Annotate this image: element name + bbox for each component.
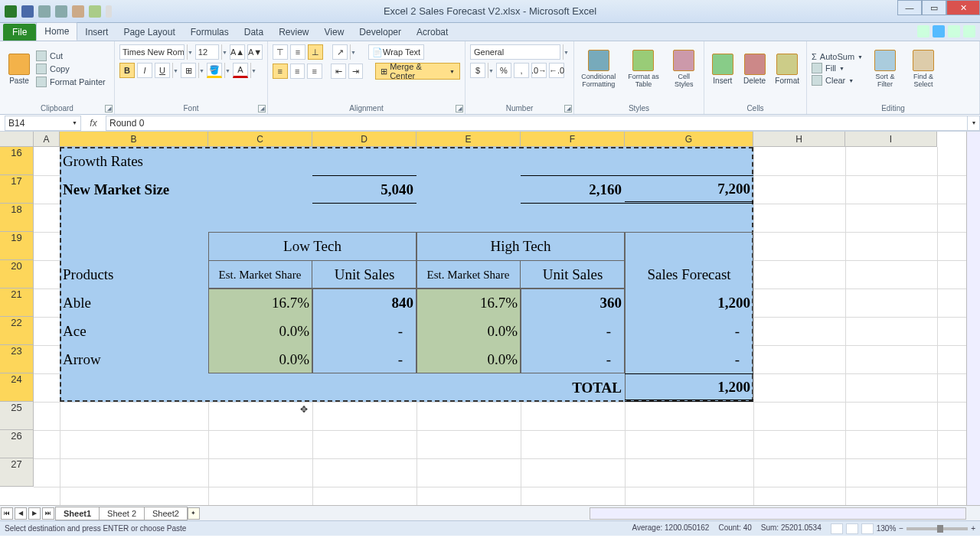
alignment-launcher[interactable]: ◢ — [456, 105, 463, 112]
percent-button[interactable]: % — [496, 63, 511, 78]
number-format-select[interactable]: General — [470, 44, 560, 60]
spreadsheet-grid[interactable]: 16 17 18 19 20 21 22 23 24 25 26 27 A B … — [0, 132, 980, 505]
name-box[interactable]: B14▼ — [5, 116, 81, 131]
format-as-table-button[interactable]: Format as Table — [626, 44, 662, 93]
cell[interactable]: Sales Forecast — [625, 260, 753, 289]
tab-page-layout[interactable]: Page Layout — [116, 24, 182, 41]
cell-styles-button[interactable]: Cell Styles — [668, 44, 699, 93]
view-normal-icon[interactable] — [831, 523, 843, 534]
conditional-formatting-button[interactable]: Conditional Formatting — [579, 44, 619, 93]
help-icon[interactable] — [933, 25, 945, 37]
qat-icon[interactable] — [89, 5, 101, 18]
accounting-button[interactable]: $ — [470, 63, 485, 78]
minimize-ribbon-icon[interactable] — [917, 25, 929, 37]
cell[interactable]: 0.0% — [208, 317, 312, 345]
autosum-button[interactable]: ΣAutoSum▼ — [812, 52, 863, 61]
cell[interactable]: Growth Rates — [60, 147, 208, 175]
chevron-down-icon[interactable]: ▼ — [250, 63, 256, 78]
align-top-button[interactable]: ⊤ — [273, 44, 288, 60]
cell[interactable]: 5,040 — [312, 175, 416, 204]
find-select-button[interactable]: Find & Select — [907, 44, 939, 93]
tab-insert[interactable]: Insert — [77, 24, 116, 41]
cell[interactable]: 7,200 — [625, 175, 753, 204]
cell[interactable]: Able — [60, 289, 208, 317]
new-sheet-button[interactable]: ✦ — [188, 507, 200, 520]
zoom-slider[interactable] — [906, 527, 968, 530]
save-icon[interactable] — [21, 5, 34, 18]
tab-file[interactable]: File — [3, 24, 36, 41]
increase-indent-button[interactable]: ⇥ — [348, 64, 364, 79]
increase-decimal-button[interactable]: .0→ — [531, 63, 547, 78]
align-middle-button[interactable]: ≡ — [290, 44, 305, 60]
cell[interactable]: 0.0% — [208, 345, 312, 373]
tab-data[interactable]: Data — [237, 24, 271, 41]
cell[interactable]: TOTAL — [521, 373, 625, 402]
horizontal-scrollbar[interactable] — [590, 507, 966, 520]
decrease-decimal-button[interactable]: ←.0 — [549, 63, 564, 78]
sheet-nav-first[interactable]: ⏮ — [1, 507, 13, 520]
align-left-button[interactable]: ≡ — [273, 64, 288, 79]
close-button[interactable]: ✕ — [946, 0, 980, 15]
sheet-tab[interactable]: Sheet 2 — [99, 507, 145, 520]
format-button[interactable]: Format — [773, 44, 802, 93]
ribbon-close-icon[interactable] — [963, 25, 975, 37]
ribbon-options-icon[interactable] — [948, 25, 960, 37]
insert-button[interactable]: Insert — [709, 44, 737, 93]
cell[interactable]: Unit Sales — [312, 260, 416, 289]
cell[interactable]: Products — [60, 260, 208, 289]
grow-font-button[interactable]: A▲ — [230, 44, 245, 60]
column-headers[interactable]: A B C D E F G H I — [34, 132, 966, 147]
chevron-down-icon[interactable]: ▼ — [172, 63, 178, 78]
clipboard-launcher[interactable]: ◢ — [105, 105, 113, 112]
cell-area[interactable]: Growth Rates New Market Size 5,040 2,160… — [34, 147, 966, 505]
tab-formulas[interactable]: Formulas — [183, 24, 237, 41]
cell[interactable]: - — [521, 345, 625, 373]
cell[interactable]: 16.7% — [208, 289, 312, 317]
sheet-tab[interactable]: Sheet2 — [144, 507, 188, 520]
align-bottom-button[interactable]: ⊥ — [308, 44, 323, 60]
tab-review[interactable]: Review — [271, 24, 316, 41]
sheet-tab[interactable]: Sheet1 — [55, 507, 100, 520]
fill-color-button[interactable]: 🪣 — [207, 63, 222, 78]
cell[interactable]: Est. Market Share — [208, 260, 312, 289]
cell[interactable]: - — [521, 317, 625, 345]
wrap-text-button[interactable]: 📄 Wrap Text — [368, 44, 424, 60]
cell[interactable]: 1,200 — [625, 289, 753, 317]
align-right-button[interactable]: ≡ — [307, 64, 322, 79]
chevron-down-icon[interactable]: ▼ — [187, 44, 193, 60]
cell[interactable]: 16.7% — [416, 289, 521, 317]
delete-button[interactable]: Delete — [741, 44, 769, 93]
view-layout-icon[interactable] — [846, 523, 858, 534]
align-center-button[interactable]: ≡ — [290, 64, 305, 79]
shrink-font-button[interactable]: A▼ — [247, 44, 263, 60]
tab-view[interactable]: View — [317, 24, 352, 41]
chevron-down-icon[interactable]: ▼ — [350, 44, 356, 60]
tab-developer[interactable]: Developer — [351, 24, 409, 41]
sheet-nav-next[interactable]: ▶ — [28, 507, 41, 520]
zoom-level[interactable]: 130% — [877, 524, 897, 533]
chevron-down-icon[interactable]: ▼ — [198, 63, 204, 78]
cell[interactable]: - — [625, 317, 753, 345]
chevron-down-icon[interactable]: ▼ — [488, 63, 494, 78]
font-launcher[interactable]: ◢ — [258, 105, 266, 112]
qat-icon[interactable] — [72, 5, 84, 18]
clear-button[interactable]: Clear▼ — [812, 75, 863, 86]
cell[interactable]: 0.0% — [416, 317, 521, 345]
number-launcher[interactable]: ◢ — [564, 105, 572, 112]
redo-icon[interactable] — [55, 5, 67, 18]
select-all-corner[interactable] — [0, 132, 34, 147]
formula-input[interactable]: Round 0 — [106, 116, 968, 131]
tab-home[interactable]: Home — [36, 22, 77, 41]
cell[interactable]: Arrow — [60, 345, 208, 373]
sort-filter-button[interactable]: Sort & Filter — [869, 44, 901, 93]
cell[interactable]: 1,200 — [625, 373, 753, 402]
decrease-indent-button[interactable]: ⇤ — [331, 64, 346, 79]
vertical-scrollbar[interactable] — [966, 132, 980, 505]
sheet-nav-prev[interactable]: ◀ — [15, 507, 27, 520]
orientation-button[interactable]: ↗ — [332, 44, 348, 60]
zoom-out-button[interactable]: − — [899, 524, 903, 533]
cell[interactable]: - — [625, 345, 753, 373]
minimize-button[interactable]: — — [897, 0, 922, 15]
undo-icon[interactable] — [38, 5, 51, 18]
chevron-down-icon[interactable]: ▼ — [224, 63, 230, 78]
